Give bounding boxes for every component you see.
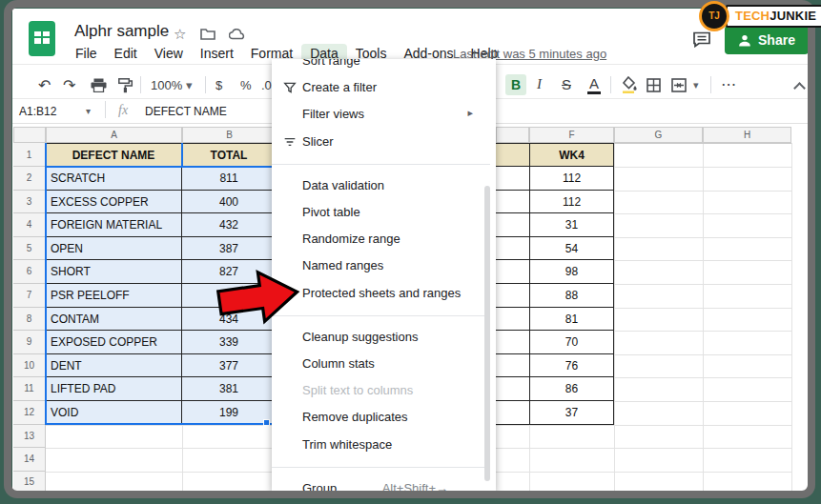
cell-A8[interactable]: CONTAM <box>46 308 182 332</box>
column-header-F[interactable]: F <box>529 127 614 143</box>
formula-input[interactable]: DEFECT NAME <box>145 105 227 118</box>
cell-E9-partial[interactable] <box>496 331 529 354</box>
menu-item-create-a-filter[interactable]: Create a filter <box>272 74 496 101</box>
cell-B3[interactable]: 400 <box>182 191 277 214</box>
menu-item-protected-sheets-and-ranges[interactable]: Protected sheets and ranges <box>272 280 496 307</box>
row-header-9[interactable]: 9 <box>13 331 46 354</box>
cell-A3[interactable]: EXCESS COPPER <box>46 191 182 214</box>
row-header-15[interactable]: 15 <box>13 472 46 492</box>
cell-F1[interactable]: WK4 <box>529 143 614 167</box>
menu-scrollbar[interactable] <box>484 186 490 481</box>
row-header-6[interactable]: 6 <box>13 260 46 284</box>
cell-F11[interactable]: 86 <box>529 377 614 401</box>
cell-E1-partial[interactable] <box>496 143 529 167</box>
merge-dropdown-caret-icon[interactable]: ▾ <box>693 79 699 91</box>
strikethrough-button[interactable]: S <box>562 76 571 92</box>
column-header-B[interactable]: B <box>182 127 277 143</box>
italic-button[interactable]: I <box>537 76 542 92</box>
share-button[interactable]: Share <box>725 26 809 54</box>
format-percent-button[interactable]: % <box>240 78 252 92</box>
cell-A10[interactable]: DENT <box>46 354 182 378</box>
selection-fill-handle[interactable] <box>263 419 270 426</box>
cell-F7[interactable]: 88 <box>529 284 614 308</box>
menu-item-column-stats[interactable]: Column stats <box>272 351 496 377</box>
move-folder-icon[interactable] <box>200 28 216 40</box>
document-title[interactable]: Alphr sample <box>74 22 169 41</box>
format-currency-button[interactable]: $ <box>216 78 222 92</box>
cell-A12[interactable]: VOID <box>46 401 182 425</box>
cell-F6[interactable]: 98 <box>529 260 614 284</box>
menu-item-randomize-range[interactable]: Randomize range <box>272 226 496 252</box>
row-header-10[interactable]: 10 <box>13 354 46 378</box>
cell-E5-partial[interactable] <box>496 237 529 261</box>
cell-E4-partial[interactable] <box>496 213 529 237</box>
cell-E3-partial[interactable] <box>496 191 529 214</box>
name-box[interactable]: A1:B12 <box>19 105 56 118</box>
cell-A6[interactable]: SHORT <box>46 260 182 284</box>
undo-icon[interactable]: ↶ <box>38 76 51 94</box>
cell-B11[interactable]: 381 <box>182 377 277 401</box>
cell-E10-partial[interactable] <box>496 354 529 378</box>
cell-E12-partial[interactable] <box>496 401 529 425</box>
cell-E6-partial[interactable] <box>496 260 529 284</box>
row-header-12[interactable]: 12 <box>13 401 46 425</box>
cell-A7[interactable]: PSR PEELOFF <box>46 284 182 308</box>
cell-E7-partial[interactable] <box>496 284 529 308</box>
row-header-13[interactable]: 13 <box>13 425 46 449</box>
column-header-H[interactable]: H <box>703 127 791 143</box>
cell-A5[interactable]: OPEN <box>46 237 182 261</box>
row-header-14[interactable]: 14 <box>13 448 46 472</box>
menu-item-remove-duplicates[interactable]: Remove duplicates <box>272 404 496 431</box>
fill-color-icon[interactable] <box>621 76 637 93</box>
cell-E8-partial[interactable] <box>496 308 529 332</box>
menu-item-named-ranges[interactable]: Named ranges <box>272 252 496 279</box>
menubar-item-file[interactable]: File <box>67 44 106 63</box>
cell-A2[interactable]: SCRATCH <box>46 167 182 191</box>
cell-A1[interactable]: DEFECT NAME <box>46 143 182 167</box>
column-header-A[interactable]: A <box>46 127 182 143</box>
cell-F8[interactable]: 81 <box>529 308 614 332</box>
cell-E11-partial[interactable] <box>496 377 529 401</box>
redo-icon[interactable]: ↷ <box>63 76 75 94</box>
row-header-4[interactable]: 4 <box>13 213 46 237</box>
row-header-5[interactable]: 5 <box>13 237 46 261</box>
cell-F2[interactable]: 112 <box>529 167 614 191</box>
menu-item-cleanup-suggestions[interactable]: Cleanup suggestions <box>272 324 496 351</box>
name-box-caret-icon[interactable]: ▾ <box>86 106 91 116</box>
row-header-1[interactable]: 1 <box>13 143 46 167</box>
cell-B4[interactable]: 432 <box>182 213 277 237</box>
menu-item-trim-whitespace[interactable]: Trim whitespace <box>272 432 496 458</box>
cell-B5[interactable]: 387 <box>182 237 277 261</box>
cell-F4[interactable]: 31 <box>529 213 614 237</box>
menu-item-sort-range[interactable]: Sort range <box>272 59 496 74</box>
comment-icon[interactable] <box>692 31 711 48</box>
cell-E2-partial[interactable] <box>496 167 529 191</box>
cell-B2[interactable]: 811 <box>182 167 277 191</box>
cell-F12[interactable]: 37 <box>529 401 614 425</box>
text-color-button[interactable]: A <box>587 75 601 94</box>
row-header-7[interactable]: 7 <box>13 284 46 308</box>
row-header-3[interactable]: 3 <box>13 191 46 214</box>
cell-A4[interactable]: FOREIGN MATERIAL <box>46 213 182 237</box>
column-header-G[interactable]: G <box>614 127 703 143</box>
paint-format-icon[interactable] <box>118 78 133 93</box>
cell-B1[interactable]: TOTAL <box>182 143 277 167</box>
menu-item-filter-views[interactable]: Filter views▸ <box>272 101 496 128</box>
borders-icon[interactable] <box>647 78 661 92</box>
cell-A11[interactable]: LIFTED PAD <box>46 377 182 401</box>
row-header-8[interactable]: 8 <box>13 308 46 332</box>
corner-select-all[interactable] <box>13 127 46 143</box>
cell-B9[interactable]: 339 <box>182 331 277 354</box>
more-toolbar-button[interactable]: ⋯ <box>721 75 737 93</box>
cell-A9[interactable]: EXPOSED COPPER <box>46 331 182 354</box>
zoom-select[interactable]: 100% ▾ <box>151 78 192 92</box>
cell-F9[interactable]: 70 <box>529 331 614 354</box>
row-header-2[interactable]: 2 <box>13 167 46 191</box>
menu-item-group[interactable]: GroupAlt+Shift+→ <box>272 475 496 492</box>
menubar-item-view[interactable]: View <box>146 44 192 63</box>
google-sheets-logo-icon[interactable] <box>29 21 55 56</box>
print-icon[interactable] <box>91 78 107 92</box>
cell-F3[interactable]: 112 <box>529 191 614 214</box>
menubar-item-edit[interactable]: Edit <box>106 44 146 63</box>
cell-B10[interactable]: 377 <box>182 354 277 378</box>
